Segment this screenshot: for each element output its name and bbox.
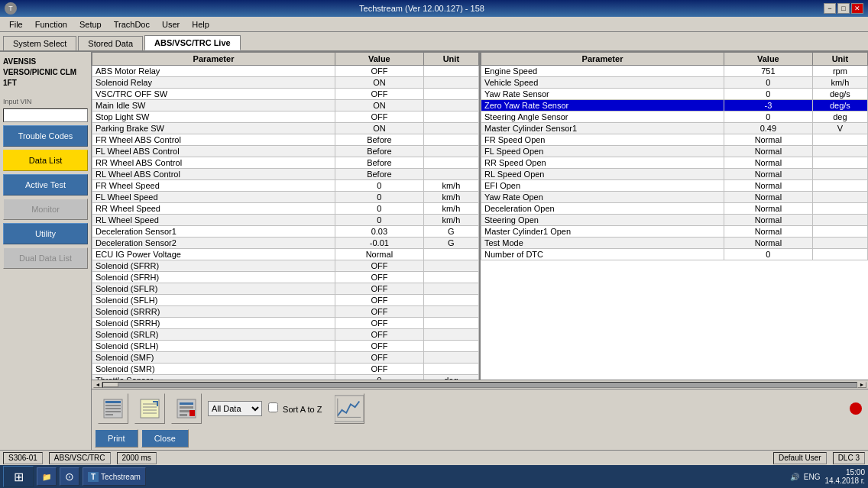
table-row[interactable]: Engine Speed 751 rpm bbox=[481, 66, 868, 77]
table-row[interactable]: Solenoid (SMF) OFF bbox=[92, 352, 479, 364]
table-row[interactable]: RR Wheel Speed 0 km/h bbox=[92, 203, 479, 215]
table-row[interactable]: Test Mode Normal bbox=[481, 238, 868, 249]
table-row[interactable]: Zero Yaw Rate Sensor -3 deg/s bbox=[481, 100, 868, 111]
table-row[interactable]: RR Speed Open Normal bbox=[481, 157, 868, 169]
param-cell: RL Speed Open bbox=[481, 169, 724, 180]
table-row[interactable]: Vehicle Speed 0 km/h bbox=[481, 77, 868, 89]
toolbar-icon-2[interactable] bbox=[134, 393, 165, 424]
active-test-button[interactable]: Active Test bbox=[3, 174, 88, 196]
table-row[interactable]: FL Wheel Speed 0 km/h bbox=[92, 192, 479, 203]
param-cell: Test Mode bbox=[481, 238, 724, 249]
tab-stored-data[interactable]: Stored Data bbox=[78, 36, 143, 50]
table-row[interactable]: Deceleration Sensor1 0.03 G bbox=[92, 226, 479, 238]
utility-button[interactable]: Utility bbox=[3, 223, 88, 244]
horizontal-scrollbar[interactable]: ◄ ► bbox=[92, 380, 868, 389]
table-row[interactable]: FL Speed Open Normal bbox=[481, 146, 868, 157]
value-cell: Normal bbox=[724, 146, 813, 157]
menu-setup[interactable]: Setup bbox=[73, 18, 108, 31]
taskbar-app-btn[interactable]: T Techstream bbox=[83, 467, 146, 486]
unit-cell bbox=[423, 341, 478, 352]
table-row[interactable]: Solenoid (SRRR) OFF bbox=[92, 306, 479, 318]
table-row[interactable]: FR Speed Open Normal bbox=[481, 134, 868, 146]
scrollbar-thumb[interactable] bbox=[103, 383, 118, 387]
menu-file[interactable]: File bbox=[3, 18, 29, 31]
minimize-button[interactable]: − bbox=[824, 3, 836, 14]
unit-cell: km/h bbox=[423, 203, 478, 215]
value-cell: OFF bbox=[335, 272, 424, 283]
taskbar-folder-btn[interactable]: 📁 bbox=[37, 467, 57, 486]
scroll-left-btn[interactable]: ◄ bbox=[93, 382, 102, 388]
table-row[interactable]: Yaw Rate Sensor 0 deg/s bbox=[481, 89, 868, 100]
table-row[interactable]: Solenoid (SFLH) OFF bbox=[92, 295, 479, 306]
table-row[interactable]: ABS Motor Relay OFF bbox=[92, 66, 479, 77]
table-row[interactable]: Stop Light SW OFF bbox=[92, 111, 479, 123]
sort-checkbox[interactable] bbox=[268, 402, 278, 412]
table-row[interactable]: VSC/TRC OFF SW OFF bbox=[92, 89, 479, 100]
unit-cell bbox=[812, 169, 867, 180]
close-button[interactable]: ✕ bbox=[851, 3, 863, 14]
table-row[interactable]: Yaw Rate Open Normal bbox=[481, 192, 868, 203]
table-row[interactable]: FR Wheel ABS Control Before bbox=[92, 134, 479, 146]
table-row[interactable]: Master Cylinder Sensor1 0.49 V bbox=[481, 123, 868, 134]
table-row[interactable]: Number of DTC 0 bbox=[481, 249, 868, 260]
table-row[interactable]: Solenoid Relay ON bbox=[92, 77, 479, 89]
sort-label: Sort A to Z bbox=[268, 402, 322, 414]
table-row[interactable]: EFI Open Normal bbox=[481, 180, 868, 192]
data-table-container[interactable]: Parameter Value Unit ABS Motor Relay OFF… bbox=[92, 52, 868, 380]
close-action-button[interactable]: Close bbox=[141, 429, 189, 448]
table-row[interactable]: Main Idle SW ON bbox=[92, 100, 479, 111]
vin-input[interactable] bbox=[3, 108, 88, 122]
table-row[interactable]: Steering Angle Sensor 0 deg bbox=[481, 111, 868, 123]
table-row[interactable]: Solenoid (SRRH) OFF bbox=[92, 318, 479, 329]
table-row[interactable]: Solenoid (SFRR) OFF bbox=[92, 260, 479, 272]
unit-cell bbox=[423, 134, 478, 146]
tab-system-select[interactable]: System Select bbox=[3, 36, 76, 50]
table-row[interactable]: Solenoid (SMR) OFF bbox=[92, 364, 479, 375]
table-row[interactable]: Solenoid (SRLR) OFF bbox=[92, 329, 479, 341]
table-row[interactable]: Master Cylinder1 Open Normal bbox=[481, 226, 868, 238]
table-row[interactable]: RL Wheel ABS Control Before bbox=[92, 169, 479, 180]
table-row[interactable]: RL Wheel Speed 0 km/h bbox=[92, 215, 479, 226]
taskbar-chrome-btn[interactable]: ⊙ bbox=[60, 467, 79, 486]
param-cell: FR Wheel Speed bbox=[92, 180, 335, 192]
table-row[interactable]: RL Speed Open Normal bbox=[481, 169, 868, 180]
left-unit-header: Unit bbox=[423, 53, 478, 66]
table-row[interactable]: FL Wheel ABS Control Before bbox=[92, 146, 479, 157]
table-row[interactable]: RR Wheel ABS Control Before bbox=[92, 157, 479, 169]
unit-cell: G bbox=[423, 238, 478, 249]
filter-dropdown[interactable]: All Data ABS Data VSC Data TRC Data bbox=[208, 401, 262, 416]
tab-active[interactable]: ABS/VSC/TRC Live bbox=[144, 35, 241, 50]
table-row[interactable]: Solenoid (SFLR) OFF bbox=[92, 283, 479, 295]
table-row[interactable]: Deceleration Open Normal bbox=[481, 203, 868, 215]
table-row[interactable]: Steering Open Normal bbox=[481, 215, 868, 226]
chart-icon-btn[interactable] bbox=[334, 393, 364, 424]
value-cell: ON bbox=[335, 100, 424, 111]
data-list-button[interactable]: Data List bbox=[3, 150, 88, 171]
table-row[interactable]: Solenoid (SRLH) OFF bbox=[92, 341, 479, 352]
menu-help[interactable]: Help bbox=[186, 18, 215, 31]
unit-cell bbox=[812, 226, 867, 238]
unit-cell bbox=[423, 272, 478, 283]
menu-user[interactable]: User bbox=[156, 18, 186, 31]
unit-cell: km/h bbox=[423, 192, 478, 203]
table-row[interactable]: Parking Brake SW ON bbox=[92, 123, 479, 134]
menu-function[interactable]: Function bbox=[29, 18, 73, 31]
param-cell: FL Wheel ABS Control bbox=[92, 146, 335, 157]
toolbar-icon-1[interactable] bbox=[98, 393, 128, 424]
table-row[interactable]: FR Wheel Speed 0 km/h bbox=[92, 180, 479, 192]
value-cell: Normal bbox=[724, 215, 813, 226]
value-cell: OFF bbox=[335, 318, 424, 329]
scrollbar-track[interactable] bbox=[102, 382, 857, 388]
param-cell: FR Speed Open bbox=[481, 134, 724, 146]
table-row[interactable]: Solenoid (SFRH) OFF bbox=[92, 272, 479, 283]
print-button[interactable]: Print bbox=[95, 429, 138, 448]
clock-time: 15:00 bbox=[825, 468, 865, 477]
start-button[interactable]: ⊞ bbox=[3, 466, 34, 487]
maximize-button[interactable]: □ bbox=[837, 3, 850, 14]
toolbar-icon-3[interactable] bbox=[171, 393, 202, 424]
table-row[interactable]: Deceleration Sensor2 -0.01 G bbox=[92, 238, 479, 249]
table-row[interactable]: ECU IG Power Voltage Normal bbox=[92, 249, 479, 260]
trouble-codes-button[interactable]: Trouble Codes bbox=[3, 125, 88, 147]
scroll-right-btn[interactable]: ► bbox=[857, 382, 866, 388]
menu-trachdoc[interactable]: TrachDoc bbox=[108, 18, 156, 31]
